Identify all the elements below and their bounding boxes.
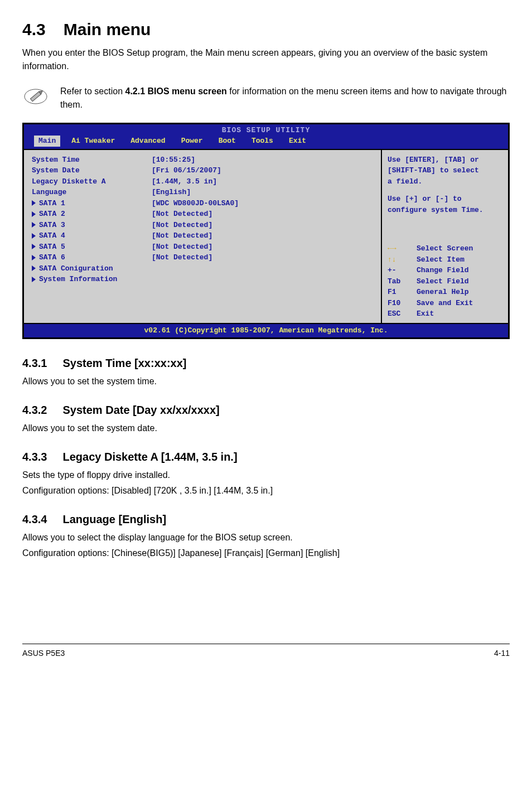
- bios-row-value: [English]: [152, 187, 373, 198]
- note-pre: Refer to section: [60, 86, 125, 96]
- bios-row[interactable]: SATA 4[Not Detected]: [32, 230, 373, 241]
- bios-key-legend: ←→Select Screen↑↓Select Item+-Change Fie…: [388, 243, 502, 320]
- bios-row-key: SATA 6: [32, 252, 152, 263]
- bios-row[interactable]: Language[English]: [32, 187, 373, 198]
- section-paragraph: Allows you to select the display languag…: [22, 531, 510, 544]
- bios-row-value: [Not Detected]: [152, 220, 373, 231]
- section-number: 4.3.2: [22, 402, 47, 418]
- bios-row-key: Legacy Diskette A: [32, 176, 152, 187]
- svg-rect-1: [30, 91, 41, 101]
- note-bold: 4.2.1 BIOS menu screen: [125, 86, 227, 96]
- help-line: Use [+] or [-] to: [388, 194, 502, 205]
- tab-main[interactable]: Main: [34, 136, 60, 147]
- bios-row-key: System Date: [32, 165, 152, 176]
- key-code: Tab: [388, 276, 417, 287]
- section-paragraph: Configuration options: [Chinese(BIG5)] […: [22, 547, 510, 560]
- key-code: ↑↓: [388, 254, 417, 265]
- tab-exit[interactable]: Exit: [284, 136, 311, 147]
- section-title: Language [English]: [62, 513, 166, 525]
- bios-row[interactable]: SATA 3[Not Detected]: [32, 220, 373, 231]
- key-desc: General Help: [417, 287, 469, 298]
- bios-left-panel: System Time[10:55:25]System Date[Fri 06/…: [24, 149, 382, 324]
- key-row: F10Save and Exit: [388, 298, 502, 309]
- section-heading: 4.3.3Legacy Diskette A [1.44M, 3.5 in.]: [22, 448, 510, 465]
- tab-boot[interactable]: Boot: [214, 136, 240, 147]
- pencil-icon: [23, 84, 48, 113]
- bios-tabs: Main Ai Tweaker Advanced Power Boot Tool…: [24, 136, 508, 149]
- key-desc: Select Field: [417, 276, 469, 287]
- bios-row[interactable]: SATA 1[WDC WD800JD-00LSA0]: [32, 198, 373, 209]
- bios-row[interactable]: SATA 2[Not Detected]: [32, 209, 373, 220]
- key-code: ←→: [388, 243, 417, 254]
- key-row: ↑↓Select Item: [388, 254, 502, 265]
- bios-row[interactable]: SATA 6[Not Detected]: [32, 252, 373, 263]
- bios-row-key: System Information: [32, 274, 152, 285]
- bios-row-key: SATA 1: [32, 198, 152, 209]
- bios-row-value: [Fri 06/15/2007]: [152, 165, 373, 176]
- section-paragraph: Allows you to set the system time.: [22, 375, 510, 388]
- title-text: Main menu: [64, 20, 151, 38]
- bios-row-value: [Not Detected]: [152, 209, 373, 220]
- bios-row-value: [152, 274, 373, 285]
- bios-row-value: [Not Detected]: [152, 241, 373, 253]
- section-paragraph: Sets the type of floppy drive installed.: [22, 468, 510, 482]
- help-line: a field.: [388, 176, 502, 187]
- bios-row[interactable]: System Information: [32, 274, 373, 285]
- bios-row-value: [10:55:25]: [152, 154, 373, 166]
- bios-row-value: [Not Detected]: [152, 252, 373, 263]
- key-row: ←→Select Screen: [388, 243, 502, 254]
- section-title: System Date [Day xx/xx/xxxx]: [62, 404, 219, 416]
- section-heading: 4.3.4Language [English]: [22, 511, 510, 528]
- key-row: F1General Help: [388, 287, 502, 298]
- note-text: Refer to section 4.2.1 BIOS menu screen …: [60, 85, 509, 112]
- section-number: 4.3.4: [22, 511, 47, 528]
- key-row: TabSelect Field: [388, 276, 502, 287]
- bios-row-key: SATA Coniguration: [32, 263, 152, 274]
- sections-container: 4.3.1System Time [xx:xx:xx]Allows you to…: [22, 355, 510, 560]
- page-footer: ASUS P5E3 4-11: [22, 644, 510, 659]
- key-desc: Exit: [417, 308, 434, 320]
- help-line: [SHIFT-TAB] to select: [388, 165, 502, 176]
- bios-row[interactable]: Legacy Diskette A[1.44M, 3.5 in]: [32, 176, 373, 187]
- tab-ai-tweaker[interactable]: Ai Tweaker: [67, 136, 119, 147]
- tab-power[interactable]: Power: [177, 136, 207, 147]
- bios-row-key: SATA 2: [32, 209, 152, 220]
- bios-help-panel: Use [ENTER], [TAB] or [SHIFT-TAB] to sel…: [382, 149, 508, 324]
- key-code: ESC: [388, 308, 417, 320]
- bios-row-value: [1.44M, 3.5 in]: [152, 176, 373, 187]
- footer-right: 4-11: [494, 648, 510, 659]
- bios-row-value: [Not Detected]: [152, 230, 373, 241]
- bios-row-key: System Time: [32, 154, 152, 166]
- section-number: 4.3.3: [22, 448, 47, 465]
- bios-screenshot: BIOS SETUP UTILITY Main Ai Tweaker Advan…: [22, 123, 510, 340]
- section-paragraph: Configuration options: [Disabled] [720K …: [22, 484, 510, 497]
- key-desc: Change Field: [417, 265, 469, 276]
- section-paragraph: Allows you to set the system date.: [22, 422, 510, 435]
- section-title: System Time [xx:xx:xx]: [62, 357, 186, 369]
- bios-row[interactable]: SATA 5[Not Detected]: [32, 241, 373, 253]
- help-line: Use [ENTER], [TAB] or: [388, 154, 502, 166]
- bios-header: BIOS SETUP UTILITY: [24, 124, 508, 136]
- bios-row-value: [152, 263, 373, 274]
- key-desc: Select Screen: [417, 243, 473, 254]
- bios-row-key: SATA 4: [32, 230, 152, 241]
- tab-tools[interactable]: Tools: [247, 136, 278, 147]
- bios-row-key: SATA 5: [32, 241, 152, 253]
- note-block: Refer to section 4.2.1 BIOS menu screen …: [22, 84, 510, 113]
- section-title: Legacy Diskette A [1.44M, 3.5 in.]: [62, 451, 237, 463]
- key-desc: Select Item: [417, 254, 465, 265]
- bios-row-value: [WDC WD800JD-00LSA0]: [152, 198, 373, 209]
- section-number: 4.3.1: [22, 355, 47, 371]
- section-heading: 4.3.1System Time [xx:xx:xx]: [22, 355, 510, 371]
- key-row: ESCExit: [388, 308, 502, 320]
- bios-row[interactable]: SATA Coniguration: [32, 263, 373, 274]
- footer-left: ASUS P5E3: [22, 648, 65, 659]
- tab-advanced[interactable]: Advanced: [126, 136, 170, 147]
- bios-row[interactable]: System Date[Fri 06/15/2007]: [32, 165, 373, 176]
- page-title: 4.3Main menu: [22, 17, 510, 42]
- bios-row[interactable]: System Time[10:55:25]: [32, 154, 373, 166]
- bios-footer: v02.61 (C)Copyright 1985-2007, American …: [24, 324, 508, 338]
- section-heading: 4.3.2System Date [Day xx/xx/xxxx]: [22, 402, 510, 418]
- intro-text: When you enter the BIOS Setup program, t…: [22, 46, 510, 73]
- key-code: F10: [388, 298, 417, 309]
